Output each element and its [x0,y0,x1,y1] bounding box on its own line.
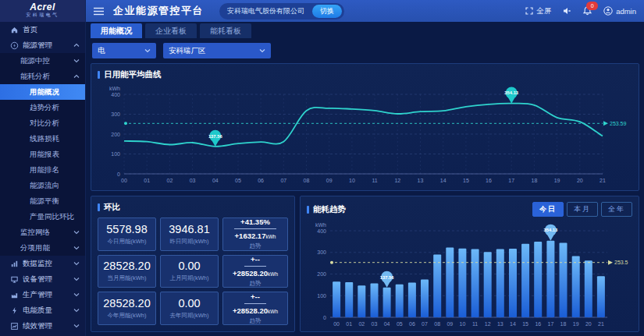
svg-text:100: 100 [317,293,326,299]
sidebar-item-energy-analysis[interactable]: 能耗分析 [0,69,85,84]
chevron-down-icon [144,48,151,53]
svg-text:137.56: 137.56 [208,134,223,139]
notification-badge: 0 [586,2,598,10]
energy-trend-title-text: 能耗趋势 [313,204,346,215]
stat-value: 0.00 [178,297,200,309]
chevron-down-icon [73,261,80,266]
svg-text:04: 04 [212,178,219,183]
sidebar-item-compare-analysis[interactable]: 对比分析 [0,115,85,131]
stat-card-current-row3: 28528.20今年用能(kWh) [98,292,156,325]
daily-curve-panel: 日用能平均曲线 00010203040506070809101112131415… [91,63,639,191]
user-menu[interactable]: admin [603,6,636,16]
stat-card-previous-row2: 0.00上月同期(kWh) [160,255,219,288]
sidebar-item-usage-ranking[interactable]: 用能排名 [0,162,85,178]
svg-text:kWh: kWh [315,222,326,228]
sidebar-item-energy-center[interactable]: 能源中控 [0,53,85,69]
sidebar-item-performance-mgmt[interactable]: 绩效管理 [0,318,85,334]
sidebar-item-label: 分项用能 [20,243,50,253]
sidebar-item-device-mgmt[interactable]: 设备管理 [0,271,85,287]
trend-percent: +-- [244,255,266,267]
sidebar-item-energy-mgmt[interactable]: 能源管理 [0,37,85,53]
menu-collapse-icon[interactable] [94,7,104,16]
range-button-year[interactable]: 全年 [601,202,632,217]
company-selector[interactable]: 安科瑞电气股份有限公司 切换 [219,3,344,19]
svg-text:01: 01 [346,321,352,327]
svg-text:16: 16 [535,321,541,327]
range-button-today[interactable]: 今日 [532,202,564,217]
stat-value: 0.00 [178,260,200,272]
fullscreen-button[interactable]: 全屏 [525,6,551,16]
page-title: 企业能源管控平台 [113,4,204,18]
svg-text:17: 17 [548,321,554,327]
chevron-down-icon [73,308,80,313]
trend-caption: 趋势 [250,242,262,250]
svg-text:400: 400 [317,228,326,234]
energy-icon [10,41,19,50]
fullscreen-icon [525,7,533,15]
svg-text:08: 08 [304,178,310,183]
speaker-icon [563,7,571,15]
chevron-down-icon [73,292,80,297]
chevron-up-icon [73,43,80,48]
trend-delta: +28528.20kWh [233,306,278,315]
svg-text:18: 18 [532,178,538,183]
sidebar-item-energy-balance[interactable]: 能源平衡 [0,193,85,209]
stat-value: 28528.20 [103,260,150,272]
tab-enterprise-board[interactable]: 企业看板 [145,23,197,38]
stat-card-current-row2: 28528.20当月用能(kWh) [98,255,156,288]
svg-text:0: 0 [117,172,120,177]
chevron-down-icon [73,277,80,281]
sidebar-item-production-mgmt[interactable]: 生产管理 [0,287,85,302]
svg-text:05: 05 [397,321,403,327]
range-button-month[interactable]: 本月 [567,202,598,217]
svg-text:18: 18 [560,321,567,327]
sidebar-item-usage-report[interactable]: 用能报表 [0,147,85,162]
svg-text:200: 200 [111,132,120,137]
stat-card-previous-row1: 3946.81昨日同期(kWh) [160,218,219,251]
tab-usage-overview[interactable]: 用能概况 [91,23,142,38]
sidebar-item-energy-flow[interactable]: 能源流向 [0,178,85,193]
svg-text:400: 400 [111,92,120,97]
sidebar-item-label: 对比分析 [30,118,59,129]
energy-trend-head: 能耗趋势 今日本月全年 [307,202,632,217]
chain-comparison-panel: 环比 5578.98今日用能(kWh)3946.81昨日同期(kWh)+41.3… [91,196,295,332]
chevron-down-icon [73,230,80,235]
range-buttons: 今日本月全年 [532,202,632,217]
area-select[interactable]: 安科瑞厂区 [163,43,271,58]
sidebar-item-sub-item-usage[interactable]: 分项用能 [0,240,85,256]
sidebar-menu: 首页能源管理能源中控能耗分析用能概况趋势分析对比分析线路损耗用能报表用能排名能源… [0,22,85,336]
title-accent-bar [98,203,100,211]
energy-trend-panel: 能耗趋势 今日本月全年 0100200300400kWh000102030405… [300,196,639,332]
sidebar-item-line-loss[interactable]: 线路损耗 [0,131,85,147]
svg-text:06: 06 [258,178,264,183]
svg-text:17: 17 [508,178,514,183]
area-value: 安科瑞厂区 [169,46,206,56]
sidebar-item-label: 首页 [23,25,37,35]
header: 企业能源管控平台 安科瑞电气股份有限公司 切换 全屏 0 admin [86,0,644,22]
svg-text:300: 300 [111,111,120,117]
svg-text:354.13: 354.13 [544,228,559,232]
sidebar-item-power-quality[interactable]: 电能质量 [0,302,85,318]
trend-delta: +28528.20kWh [233,269,278,278]
svg-text:16: 16 [486,178,492,183]
sidebar-item-output-yoy-mom[interactable]: 产量同比环比 [0,209,85,225]
trend-caption: 趋势 [250,317,262,325]
sidebar-item-label: 线路损耗 [30,134,59,144]
chevron-up-icon [73,74,80,79]
sidebar-item-trend-analysis[interactable]: 趋势分析 [0,100,85,115]
svg-text:19: 19 [573,321,579,327]
sidebar-item-home[interactable]: 首页 [0,22,85,37]
sidebar-item-usage-overview[interactable]: 用能概况 [0,84,85,100]
svg-text:02: 02 [167,178,173,183]
energy-type-select[interactable]: 电 [92,43,156,58]
stat-card-trend-row3: +--+28528.20kWh趋势 [222,292,288,325]
sidebar-item-monitor-network[interactable]: 监控网络 [0,225,85,240]
sidebar-item-data-monitor[interactable]: 数据监控 [0,256,85,271]
tab-energy-board[interactable]: 能耗看板 [200,23,251,38]
svg-text:137.56: 137.56 [380,275,395,280]
sound-toggle-button[interactable] [563,7,571,15]
switch-company-button[interactable]: 切换 [312,5,342,18]
notifications-button[interactable]: 0 [583,6,592,16]
svg-text:0: 0 [323,315,326,320]
power-icon [10,306,19,315]
